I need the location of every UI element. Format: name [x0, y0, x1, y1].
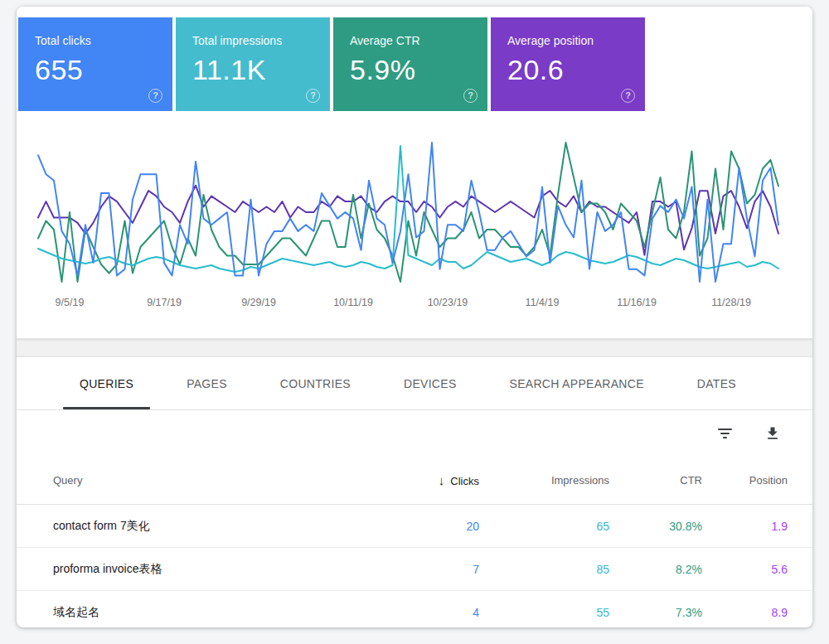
help-icon[interactable]: ? [148, 89, 162, 103]
x-axis-label: 11/4/19 [526, 297, 560, 308]
x-axis-label: 9/5/19 [56, 297, 85, 308]
metric-label: Average CTR [350, 34, 487, 47]
search-console-performance-page: Total clicks 655 ? Total impressions 11.… [0, 0, 829, 644]
ctr-cell: 30.8% [609, 520, 702, 533]
impressions-cell: 85 [479, 563, 609, 576]
impressions-cell: 65 [479, 520, 609, 533]
tab-label: PAGES [187, 377, 227, 390]
traffic-chart-area: 9/5/199/17/199/29/1910/11/1910/23/1911/4… [33, 116, 796, 313]
tab-countries[interactable]: COUNTRIES [254, 357, 377, 409]
metric-label: Total impressions [192, 34, 330, 47]
table-panel: QUERIES PAGES COUNTRIES DEVICES SEARCH A… [17, 357, 812, 627]
metric-label: Average position [507, 34, 645, 47]
tab-pages[interactable]: PAGES [160, 357, 254, 409]
column-header-position[interactable]: Position [702, 474, 812, 487]
metric-value: 5.9% [350, 54, 487, 86]
panel-separator [17, 338, 812, 357]
position-cell: 8.9 [702, 606, 812, 619]
query-cell: proforma invoice表格 [53, 562, 355, 577]
chart-line-clicks[interactable] [38, 143, 778, 282]
tab-search-appearance[interactable]: SEARCH APPEARANCE [483, 357, 671, 409]
x-axis-label: 9/17/19 [147, 297, 182, 308]
metric-card-average-ctr[interactable]: Average CTR 5.9% ? [333, 17, 487, 111]
metric-card-total-impressions[interactable]: Total impressions 11.1K ? [176, 17, 330, 111]
chart-line-impressions[interactable] [38, 146, 778, 272]
column-header-query[interactable]: Query [53, 474, 355, 487]
metric-label: Total clicks [35, 34, 172, 47]
table-row[interactable]: 域名起名 4 55 7.3% 8.9 [17, 591, 812, 627]
tab-queries[interactable]: QUERIES [53, 357, 160, 409]
x-axis-label: 11/16/19 [617, 297, 657, 308]
ctr-cell: 7.3% [609, 606, 702, 619]
ctr-cell: 8.2% [609, 563, 702, 576]
chart-panel: Total clicks 655 ? Total impressions 11.… [17, 7, 812, 338]
download-icon[interactable] [763, 424, 783, 443]
clicks-cell: 7 [355, 563, 479, 576]
tab-label: SEARCH APPEARANCE [510, 377, 644, 390]
tab-label: COUNTRIES [280, 377, 351, 390]
column-header-clicks[interactable]: ↓Clicks [355, 473, 479, 487]
query-cell: contact form 7美化 [53, 519, 355, 534]
table-row[interactable]: proforma invoice表格 7 85 8.2% 5.6 [17, 548, 812, 591]
x-axis-label: 9/29/19 [241, 297, 276, 308]
metric-value: 11.1K [192, 54, 330, 86]
tab-label: DATES [697, 377, 736, 390]
table-toolbar [17, 410, 812, 457]
column-label: Position [749, 474, 788, 487]
help-icon[interactable]: ? [463, 89, 478, 103]
help-icon[interactable]: ? [621, 89, 635, 103]
tab-label: DEVICES [404, 377, 457, 390]
position-cell: 5.6 [702, 563, 812, 576]
x-axis-labels: 9/5/199/17/199/29/1910/11/1910/23/1911/4… [33, 292, 796, 313]
column-label: CTR [680, 474, 702, 487]
tab-devices[interactable]: DEVICES [377, 357, 483, 409]
report-card: Total clicks 655 ? Total impressions 11.… [17, 7, 812, 627]
column-label: Clicks [450, 475, 479, 487]
sort-desc-icon: ↓ [439, 473, 445, 487]
column-header-impressions[interactable]: Impressions [479, 474, 609, 487]
traffic-chart[interactable] [33, 116, 796, 292]
x-axis-label: 10/23/19 [428, 297, 468, 308]
clicks-cell: 20 [355, 520, 479, 533]
filter-icon[interactable] [715, 424, 734, 443]
tab-label: QUERIES [80, 377, 133, 390]
dimension-tabs: QUERIES PAGES COUNTRIES DEVICES SEARCH A… [17, 357, 812, 410]
x-axis-label: 10/11/19 [333, 297, 373, 308]
table-row[interactable]: contact form 7美化 20 65 30.8% 1.9 [17, 505, 812, 548]
metric-card-total-clicks[interactable]: Total clicks 655 ? [18, 17, 172, 111]
column-header-ctr[interactable]: CTR [609, 474, 702, 487]
help-icon[interactable]: ? [306, 89, 320, 103]
position-cell: 1.9 [702, 520, 812, 533]
table-header-row: Query ↓Clicks Impressions CTR Position [17, 457, 812, 505]
metrics-row: Total clicks 655 ? Total impressions 11.… [17, 17, 812, 111]
x-axis-label: 11/28/19 [711, 297, 751, 308]
column-label: Query [53, 474, 82, 487]
clicks-cell: 4 [355, 606, 479, 619]
metric-value: 20.6 [507, 54, 645, 86]
metric-card-average-position[interactable]: Average position 20.6 ? [491, 17, 645, 111]
column-label: Impressions [551, 474, 609, 487]
metric-value: 655 [35, 54, 172, 86]
query-cell: 域名起名 [53, 605, 355, 620]
tab-dates[interactable]: DATES [671, 357, 763, 409]
impressions-cell: 55 [479, 606, 609, 619]
